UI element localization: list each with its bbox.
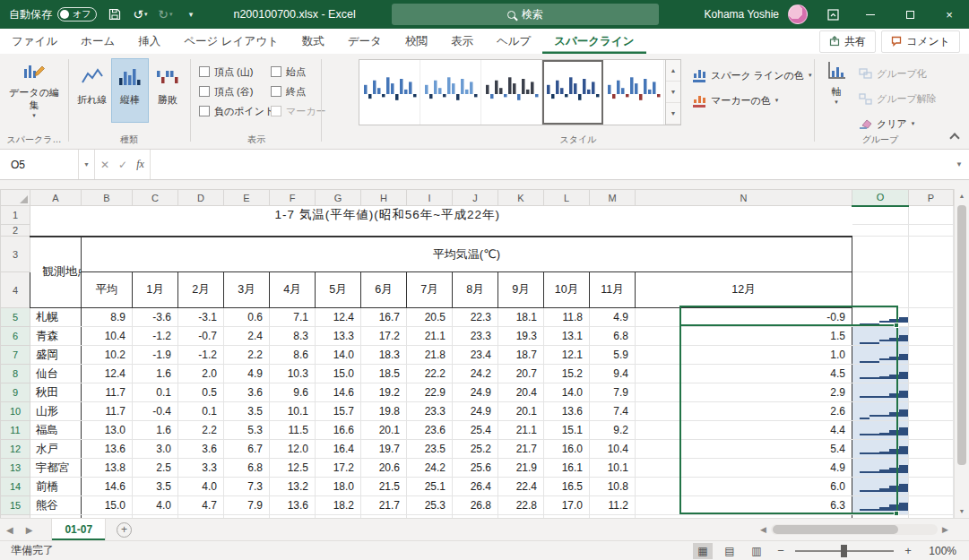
cell-value[interactable]: 10.1 xyxy=(590,459,636,478)
clear-button[interactable]: クリア ▾ xyxy=(859,113,914,134)
cell-value[interactable]: 20.5 xyxy=(407,308,453,327)
sparkline-cell-O6[interactable] xyxy=(852,327,909,346)
select-all-corner[interactable] xyxy=(1,190,30,206)
cell-value[interactable]: 25.4 xyxy=(453,421,498,440)
cell-value[interactable]: 22.4 xyxy=(498,478,544,496)
city-cell-仙台[interactable]: 仙台 xyxy=(30,365,82,383)
sparkline-cell-O7[interactable] xyxy=(852,346,909,365)
month-header-3月[interactable]: 3月 xyxy=(224,272,270,308)
cell-value[interactable]: 18.7 xyxy=(498,346,544,365)
cell-value[interactable]: 4.9 xyxy=(590,308,636,327)
row-header-6[interactable]: 6 xyxy=(1,327,30,346)
sparkline-cell-O9[interactable] xyxy=(852,383,909,402)
zoom-in-button[interactable]: + xyxy=(901,544,915,557)
cell-value[interactable]: 24.2 xyxy=(453,365,498,383)
share-button[interactable]: 共有 xyxy=(819,30,876,53)
column-header-P[interactable]: P xyxy=(909,190,954,206)
cell-value[interactable]: 2.2 xyxy=(178,421,224,440)
cell-value[interactable]: 14.0 xyxy=(544,383,590,402)
cell-value[interactable]: 18.2 xyxy=(316,496,361,515)
row-header-4[interactable]: 4 xyxy=(1,272,30,308)
month-header-6月[interactable]: 6月 xyxy=(361,272,407,308)
zoom-slider[interactable] xyxy=(795,550,894,552)
redo-button[interactable]: ↻▾ xyxy=(152,3,177,26)
cell-value[interactable]: 21.1 xyxy=(407,327,453,346)
cell-value[interactable]: 4.0 xyxy=(133,496,178,515)
cell-value[interactable]: 5.3 xyxy=(224,421,270,440)
cell-value[interactable]: 25.1 xyxy=(407,478,453,496)
sparkline-cell-O15[interactable] xyxy=(852,496,909,515)
horizontal-scroll-thumb[interactable] xyxy=(773,525,898,534)
page-break-view-icon[interactable]: ▥ xyxy=(747,543,766,559)
edit-data-button[interactable]: データの編集 ▾ xyxy=(5,54,63,136)
sparkline-color-button[interactable]: スパーク ラインの色 ▾ xyxy=(692,65,811,86)
cell-value[interactable]: 16.5 xyxy=(544,478,590,496)
vertical-scrollbar[interactable]: ▲ ▼ xyxy=(954,189,969,518)
cell-value[interactable]: 8.3 xyxy=(270,327,316,346)
cell-value[interactable]: 1.0 xyxy=(636,346,852,365)
column-header-F[interactable]: F xyxy=(270,190,316,206)
cell-P11[interactable] xyxy=(909,421,954,440)
cell-value[interactable]: 21.7 xyxy=(361,496,407,515)
scroll-right-icon[interactable]: ▶ xyxy=(938,525,948,534)
cell-value[interactable]: 21.8 xyxy=(407,346,453,365)
sheet-tab-01-07[interactable]: 01-07 xyxy=(51,519,106,540)
cell-value[interactable]: 24.9 xyxy=(453,383,498,402)
tab-挿入[interactable]: 挿入 xyxy=(126,29,172,54)
enter-formula-icon[interactable]: ✓ xyxy=(118,159,127,171)
column-header-N[interactable]: N xyxy=(636,190,852,206)
scroll-left-icon[interactable]: ◀ xyxy=(760,525,771,534)
cell-value[interactable]: 3.0 xyxy=(133,440,178,459)
row-header-2[interactable]: 2 xyxy=(1,225,30,237)
cell-value[interactable]: 3.3 xyxy=(178,459,224,478)
column-header-E[interactable]: E xyxy=(224,190,270,206)
cell-value[interactable]: -1.9 xyxy=(133,346,178,365)
tab-ファイル[interactable]: ファイル xyxy=(0,29,69,54)
zoom-slider-thumb[interactable] xyxy=(841,545,847,557)
row-header-10[interactable]: 10 xyxy=(1,402,30,421)
gallery-more-icon[interactable]: ▼ xyxy=(666,103,680,125)
checkbox-頂点 (谷)[interactable]: 頂点 (谷) xyxy=(199,84,253,99)
city-cell-山形[interactable]: 山形 xyxy=(30,402,82,421)
cell-value[interactable]: -0.4 xyxy=(133,402,178,421)
cell-value[interactable]: 22.8 xyxy=(498,496,544,515)
month-header-11月[interactable]: 11月 xyxy=(590,272,636,308)
zoom-percentage[interactable]: 100% xyxy=(922,545,956,557)
cell-P2[interactable] xyxy=(909,225,954,237)
row-header-3[interactable]: 3 xyxy=(1,237,30,272)
scroll-up-icon[interactable]: ▲ xyxy=(955,189,969,202)
cell-value[interactable]: 10.4 xyxy=(82,327,133,346)
month-header-9月[interactable]: 9月 xyxy=(498,272,544,308)
cell-value[interactable]: -0.9 xyxy=(636,308,852,327)
cell-value[interactable]: 26.8 xyxy=(453,496,498,515)
cell-P3[interactable] xyxy=(909,237,954,272)
sparkline-style-4[interactable] xyxy=(542,60,603,125)
sheet-nav-left-icon[interactable]: ◀ xyxy=(0,525,20,535)
cell-value[interactable]: 23.3 xyxy=(407,402,453,421)
cell-value[interactable]: 8.6 xyxy=(270,346,316,365)
cell-value[interactable]: 6.0 xyxy=(636,478,852,496)
cell-value[interactable]: 20.6 xyxy=(361,459,407,478)
column-header-C[interactable]: C xyxy=(133,190,178,206)
cell-P1[interactable] xyxy=(909,206,954,225)
zoom-out-button[interactable]: − xyxy=(774,544,788,557)
customize-quick-access-button[interactable]: ▾ xyxy=(177,3,203,26)
city-cell-札幌[interactable]: 札幌 xyxy=(30,308,82,327)
cell-value[interactable]: 13.1 xyxy=(544,327,590,346)
type-line-button[interactable]: 折れ線 xyxy=(74,58,111,123)
cell-value[interactable]: -0.7 xyxy=(178,327,224,346)
cell-value[interactable]: 0.1 xyxy=(178,402,224,421)
sheet-title-cell[interactable]: 1-7 気温(平年値)(昭和56年~平成22年) xyxy=(30,206,852,225)
row-header-7[interactable]: 7 xyxy=(1,346,30,365)
cell-value[interactable]: 12.4 xyxy=(316,308,361,327)
cell-value[interactable]: 6.8 xyxy=(224,459,270,478)
cell-value[interactable]: 12.4 xyxy=(82,365,133,383)
checkbox-終点[interactable]: 終点 xyxy=(271,84,306,99)
cell-value[interactable]: 20.4 xyxy=(498,383,544,402)
name-box-dropdown-icon[interactable]: ▼ xyxy=(79,150,95,179)
cell-value[interactable]: 25.6 xyxy=(453,459,498,478)
cell-value[interactable]: 5.4 xyxy=(636,440,852,459)
cell-value[interactable]: 20.7 xyxy=(498,365,544,383)
cell-P8[interactable] xyxy=(909,365,954,383)
cell-value[interactable]: 9.6 xyxy=(270,383,316,402)
